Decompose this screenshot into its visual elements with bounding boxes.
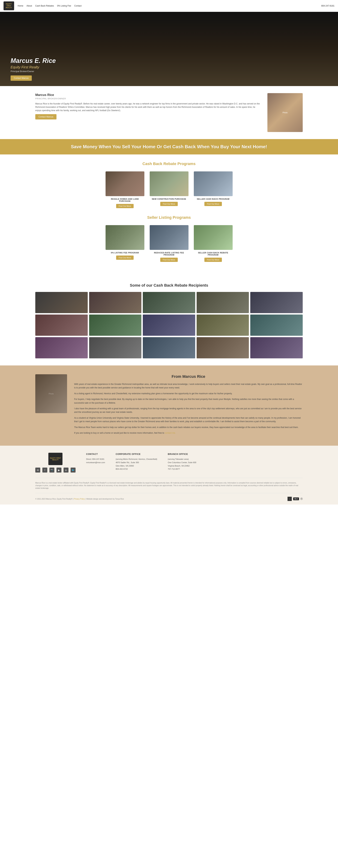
youtube-icon[interactable]: ▶: [57, 468, 61, 472]
program-title-resale: RESALE HOMES AND LAND PURCHASE: [106, 198, 144, 202]
from-marcus-section: Photo From Marcus Rice With years of rea…: [0, 366, 338, 446]
footer-branch-city: Virginia Beach, VA 23462: [168, 464, 196, 468]
about-cta-button[interactable]: Contact Marcus: [35, 114, 57, 120]
footer-branch-phone: 757-712-0077: [168, 467, 196, 471]
footer-email-link[interactable]: mriceteam@msn.com: [86, 461, 105, 464]
footer-divider-2: [35, 493, 303, 493]
program-image-resale: [106, 172, 144, 196]
from-marcus-content: From Marcus Rice With years of real esta…: [74, 374, 303, 437]
programs-section: Cash Back Rebate Programs RESALE HOMES A…: [0, 154, 338, 276]
recipients-grid: [35, 292, 303, 359]
recipient-photo-3: [143, 292, 195, 313]
program-cta-seller-rebate[interactable]: Find Out More: [204, 258, 222, 262]
program-cta-resale[interactable]: Find Out More: [116, 204, 133, 208]
recipients-heading: Some of our Cash Back Rebate Recipients: [35, 283, 303, 288]
about-photo: Photo: [267, 93, 303, 132]
footer-corporate-phone: 804-432-6722: [115, 467, 157, 471]
recipient-photo-12: [89, 337, 141, 359]
hero-section: Marcus E. Rice Equity First Realty Princ…: [0, 12, 338, 86]
from-marcus-para-1: With years of real estate experience in …: [74, 382, 303, 390]
footer-corporate-subtitle: (serving Metro Richmond, Henrico, Cheste…: [115, 458, 157, 461]
recipient-photo-5: [250, 292, 303, 313]
hero-cta-button[interactable]: Contact Marcus: [10, 75, 32, 81]
program-cta-new-construction[interactable]: Find Out More: [160, 202, 177, 206]
recipient-photo-7: [89, 314, 141, 336]
footer-corporate-heading: CORPORATE OFFICE: [115, 453, 157, 455]
from-marcus-para-7: If you are looking to buy or sell a home…: [74, 431, 303, 435]
nav-logo: EQUITY FIRST REALTY: [3, 1, 14, 10]
hero-title: Principal Broker/Owner: [10, 70, 56, 73]
recipient-photo-9: [197, 314, 249, 336]
program-image-zero-listing: [106, 225, 144, 250]
equal-housing-icon: ⌂: [288, 497, 292, 501]
footer-corporate-city: Glen Allen, VA 23060: [115, 464, 157, 468]
program-title-reduced-listing: REDUCED-RATE LISTING FEE PROGRAM: [150, 252, 189, 256]
nav-link-listing[interactable]: 0% Listing Fee: [57, 5, 71, 7]
banner-text: Save Money When You Sell Your Home Or Ge…: [3, 144, 335, 150]
recipient-photo-14: [197, 337, 249, 359]
about-text: Marcus Rice PRINCIPAL BROKER/OWNER Marcu…: [35, 93, 260, 120]
footer-social: ✉ f 📷 ▶ in 🐦: [35, 468, 75, 472]
nav-link-about[interactable]: About: [27, 5, 32, 7]
program-cta-seller-cashback[interactable]: Find Out More: [204, 202, 222, 206]
footer-disclaimer: Marcus Rice is a real estate broker affi…: [35, 482, 303, 490]
footer-bottom: © 2021-2023 Marcus Rice, Equity First Re…: [35, 497, 303, 501]
nav-link-home[interactable]: Home: [18, 5, 23, 7]
nav-phone: 804-247-8181: [321, 5, 335, 7]
program-cta-zero-listing[interactable]: Find Out More: [116, 255, 133, 260]
from-marcus-para-5: As a student at Virginia Union Universit…: [74, 416, 303, 424]
footer-copyright: © 2021-2023 Marcus Rice, Equity First Re…: [35, 498, 72, 500]
footer-logo: EQUITY FIRST REALTY: [48, 453, 63, 465]
program-card-seller-rebate: SELLER CASH BACK REBATE PROGRAM Find Out…: [194, 225, 233, 262]
footer-branch-address: One Columbus Center, Suite 600: [168, 461, 196, 464]
recipient-photo-15: [250, 337, 303, 359]
recipient-photo-6: [35, 314, 88, 336]
facebook-icon[interactable]: f: [42, 468, 47, 472]
footer-direct-phone: Direct: 804-247-8181: [86, 458, 105, 461]
from-marcus-heading: From Marcus Rice: [74, 374, 303, 379]
nav-link-contact[interactable]: Contact: [74, 5, 81, 7]
recipients-section: Some of our Cash Back Rebate Recipients: [0, 276, 338, 366]
from-marcus-para-4: I also have the pleasure of working with…: [74, 407, 303, 414]
footer-corporate-address: 4870 Sadler Rd., Suite 300: [115, 461, 157, 464]
program-image-seller-cashback: [194, 172, 233, 196]
footer: EQUITY FIRST REALTY ✉ f 📷 ▶ in 🐦 CONTACT…: [0, 446, 338, 504]
footer-corporate-col: CORPORATE OFFICE (serving Metro Richmond…: [115, 453, 157, 471]
about-bio: Marcus Rice is the founder of Equity Fir…: [35, 102, 260, 113]
footer-copyright-area: © 2021-2023 Marcus Rice, Equity First Re…: [35, 498, 124, 500]
program-image-reduced-listing: [150, 225, 189, 250]
recipient-photo-13: [143, 337, 195, 359]
twitter-icon[interactable]: 🐦: [71, 468, 75, 472]
instagram-icon[interactable]: 📷: [49, 468, 54, 472]
footer-dev-credit: Website design and development by Tonya …: [86, 498, 124, 500]
hero-content: Marcus E. Rice Equity First Realty Princ…: [0, 52, 66, 86]
footer-branch-heading: BRANCH OFFICE: [168, 453, 196, 455]
program-card-resale: RESALE HOMES AND LAND PURCHASE Find Out …: [106, 172, 144, 208]
recipient-photo-10: [250, 314, 303, 336]
hero-company: Equity First Realty: [10, 65, 56, 69]
program-image-new-construction: [150, 172, 189, 196]
footer-top: EQUITY FIRST REALTY ✉ f 📷 ▶ in 🐦 CONTACT…: [35, 453, 303, 472]
footer-divider: [35, 478, 303, 478]
about-image: Photo: [267, 93, 303, 132]
nav-link-cashback[interactable]: Cash Back Rebates: [35, 5, 54, 7]
from-marcus-para-2: As a listing agent in Richmond, Henrico …: [74, 392, 303, 395]
contact-link[interactable]: contact me.: [165, 432, 176, 434]
program-cta-reduced-listing[interactable]: Find Out More: [160, 258, 177, 262]
navigation: EQUITY FIRST REALTY Home About Cash Back…: [0, 0, 338, 12]
hero-name: Marcus E. Rice: [10, 57, 56, 64]
from-marcus-para-3: For buyers, I help negotiate the best po…: [74, 397, 303, 405]
mls-logo: MLS: [293, 497, 299, 500]
recipient-photo-4: [197, 292, 249, 313]
program-title-new-construction: NEW CONSTRUCTION PURCHASE: [150, 198, 189, 200]
from-marcus-photo: Photo: [35, 374, 67, 413]
recipient-photo-2: [89, 292, 141, 313]
about-name: Marcus Rice: [35, 93, 260, 97]
footer-contact-col: CONTACT Direct: 804-247-8181 mriceteam@m…: [86, 453, 105, 464]
footer-branch-subtitle: (serving Tidewater area): [168, 458, 196, 461]
footer-privacy-link[interactable]: Privacy Policy: [74, 498, 85, 500]
nav-links: Home About Cash Back Rebates 0% Listing …: [18, 5, 81, 7]
email-social-icon[interactable]: ✉: [35, 468, 40, 472]
from-marcus-para-6: The Marcus Rice Team works hard to help …: [74, 426, 303, 429]
linkedin-icon[interactable]: in: [64, 468, 68, 472]
